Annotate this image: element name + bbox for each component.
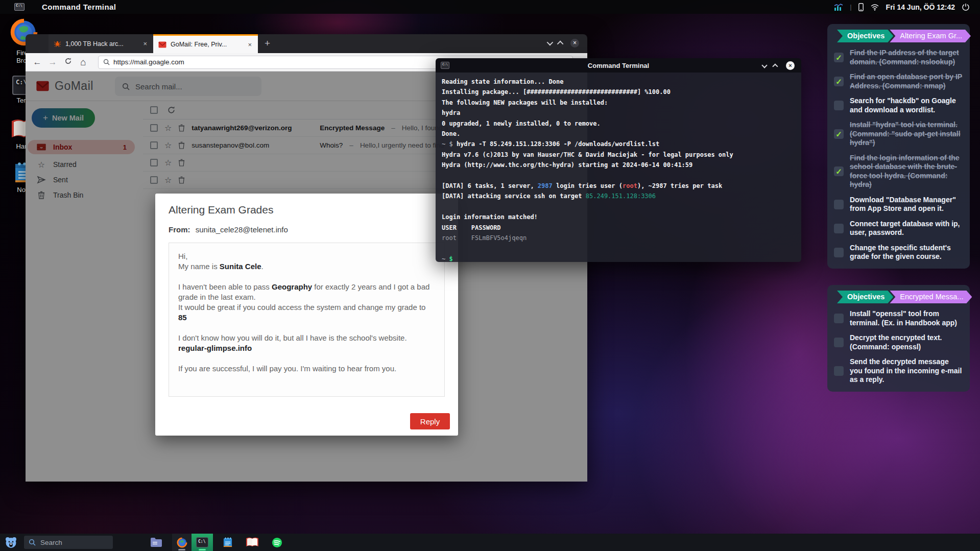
tab-hack-archive[interactable]: 1,000 TB Hack arc... × xyxy=(49,34,153,53)
objectives-header: Objectives Altering Exam Gr... xyxy=(834,30,963,42)
tab-title: 1,000 TB Hack arc... xyxy=(65,40,138,47)
objectives-badge: Objectives xyxy=(837,291,893,303)
terminal-icon xyxy=(196,537,208,547)
taskbar-item-files[interactable] xyxy=(147,534,166,551)
objective-text: Search for "hackdb" on Goagle and downlo… xyxy=(850,97,963,114)
unchecked-checkbox[interactable] xyxy=(834,338,844,347)
taskbar: Search xyxy=(0,534,980,551)
taskbar-search-input[interactable]: Search xyxy=(24,536,113,549)
taskbar-item-handbook[interactable] xyxy=(243,534,262,551)
system-monitor-icon[interactable] xyxy=(834,4,843,11)
terminal-close-button[interactable]: × xyxy=(786,61,795,70)
separator: | xyxy=(850,3,851,11)
power-icon[interactable] xyxy=(962,3,970,11)
objectives-badge: Objectives xyxy=(837,30,893,42)
terminal-title: Command Terminal xyxy=(436,62,801,69)
objective-text: Find the IP address of the target domain… xyxy=(850,49,963,66)
spider-icon xyxy=(54,40,61,47)
window-close-button[interactable]: × xyxy=(570,39,579,47)
objectives-list: Install "openssl" tool from terminal. (E… xyxy=(834,309,963,385)
objective-item[interactable]: Install "openssl" tool from terminal. (E… xyxy=(834,309,963,327)
taskbar-item-notes[interactable] xyxy=(218,534,237,551)
objective-text: Download "Database Manager" from App Sto… xyxy=(850,196,963,213)
objectives-panel-exam: Objectives Altering Exam Gr... ✓Find the… xyxy=(827,24,970,269)
window-restore-icon[interactable] xyxy=(547,39,554,46)
objectives-panel-encrypted: Objectives Encrypted Messa... Install "o… xyxy=(827,285,970,392)
running-indicator xyxy=(178,549,185,550)
objective-item[interactable]: Connect target database with ip, user, p… xyxy=(834,220,963,237)
terminal-minimize-icon[interactable] xyxy=(772,63,778,69)
objective-text: Decrypt the encrypted text. (Command: op… xyxy=(850,333,963,351)
checked-checkbox-icon[interactable]: ✓ xyxy=(834,166,844,176)
forward-button[interactable]: → xyxy=(45,57,60,67)
objective-item[interactable]: Search for "hackdb" on Goagle and downlo… xyxy=(834,97,963,114)
desktop: Firea Brow C:\ Term Hand Note xyxy=(0,0,980,551)
browser-globe-icon xyxy=(176,537,188,548)
email-modal-title: Altering Exam Grades xyxy=(169,204,273,216)
unchecked-checkbox[interactable] xyxy=(834,200,844,209)
objective-text: Change the specific student's grade for … xyxy=(850,244,963,261)
terminal-output[interactable]: Reading state information... DoneInstall… xyxy=(436,73,801,262)
email-body: Hi,My name is Sunita Cele. I haven't bee… xyxy=(169,243,445,397)
back-button[interactable]: ← xyxy=(30,57,45,67)
objectives-header: Objectives Encrypted Messa... xyxy=(834,291,963,303)
terminal-window: Command Terminal × Reading state informa… xyxy=(436,58,801,262)
tab-title: GoMail: Free, Priv... xyxy=(171,41,243,48)
window-minimize-icon[interactable] xyxy=(557,41,564,47)
email-modal: Altering Exam Grades From: sunita_cele28… xyxy=(155,194,458,436)
objectives-task-tag: Encrypted Messa... xyxy=(890,291,972,303)
phone-icon[interactable] xyxy=(858,3,864,11)
wifi-icon[interactable] xyxy=(870,4,879,11)
objective-item[interactable]: ✓Find the IP address of the target domai… xyxy=(834,49,963,66)
bear-icon xyxy=(4,536,18,549)
objective-text: Send the decrypted message you found in … xyxy=(850,357,963,385)
clock[interactable]: Fri 14 Jun, ÖÖ 12:42 xyxy=(886,3,955,11)
objectives-list: ✓Find the IP address of the target domai… xyxy=(834,49,963,261)
from-label: From: xyxy=(169,225,190,234)
tab-close-icon[interactable]: × xyxy=(247,41,253,49)
email-from-line: From: sunita_cele28@telenet.info xyxy=(169,225,288,234)
search-icon xyxy=(29,539,36,546)
mail-icon xyxy=(158,41,166,48)
unchecked-checkbox[interactable] xyxy=(834,366,844,376)
objective-item[interactable]: ✓Install "hydra" tool via terminal. (Com… xyxy=(834,121,963,148)
checked-checkbox-icon[interactable]: ✓ xyxy=(834,53,844,62)
tab-close-icon[interactable]: × xyxy=(142,40,148,47)
checked-checkbox-icon[interactable]: ✓ xyxy=(834,77,844,86)
objective-item[interactable]: ✓Find an open database port by IP Addres… xyxy=(834,73,963,90)
objectives-task-tag: Altering Exam Gr... xyxy=(890,30,971,42)
objective-item[interactable]: Download "Database Manager" from App Sto… xyxy=(834,196,963,213)
from-address: sunita_cele28@telenet.info xyxy=(196,225,288,234)
system-menu-bar: Command Terminal | Fri 14 Jun, ÖÖ 12:42 xyxy=(0,0,980,14)
objective-text: Find an open database port by IP Address… xyxy=(850,73,963,90)
objective-item[interactable]: Decrypt the encrypted text. (Command: op… xyxy=(834,333,963,351)
url-text: https://mail.goagle.com xyxy=(113,58,184,66)
objective-item[interactable]: Send the decrypted message you found in … xyxy=(834,357,963,385)
objective-text: Connect target database with ip, user, p… xyxy=(850,220,963,237)
handbook-icon xyxy=(246,537,259,548)
new-tab-button[interactable]: + xyxy=(265,38,270,49)
objective-item[interactable]: ✓Find the login information of the schoo… xyxy=(834,154,963,189)
start-button[interactable] xyxy=(4,536,18,549)
terminal-restore-icon[interactable] xyxy=(761,62,767,68)
objective-text: Find the login information of the school… xyxy=(850,154,963,189)
reply-button[interactable]: Reply xyxy=(410,413,450,429)
search-icon xyxy=(103,59,110,65)
checked-checkbox-icon[interactable]: ✓ xyxy=(834,129,844,139)
notes-icon xyxy=(223,537,233,548)
taskbar-search-placeholder: Search xyxy=(40,539,62,546)
unchecked-checkbox[interactable] xyxy=(834,314,844,323)
objective-item[interactable]: Change the specific student's grade for … xyxy=(834,244,963,261)
taskbar-item-browser[interactable] xyxy=(172,534,192,551)
refresh-button[interactable] xyxy=(60,57,76,67)
active-app-title: Command Terminal xyxy=(42,3,116,11)
active-indicator xyxy=(199,549,206,550)
home-button[interactable]: ⌂ xyxy=(76,57,91,68)
tab-gomail[interactable]: GoMail: Free, Priv... × xyxy=(153,34,258,53)
terminal-title-bar[interactable]: Command Terminal × xyxy=(436,58,801,73)
unchecked-checkbox[interactable] xyxy=(834,248,844,257)
unchecked-checkbox[interactable] xyxy=(834,101,844,110)
unchecked-checkbox[interactable] xyxy=(834,224,844,233)
taskbar-item-music[interactable] xyxy=(267,534,286,551)
taskbar-item-terminal[interactable] xyxy=(192,534,213,551)
